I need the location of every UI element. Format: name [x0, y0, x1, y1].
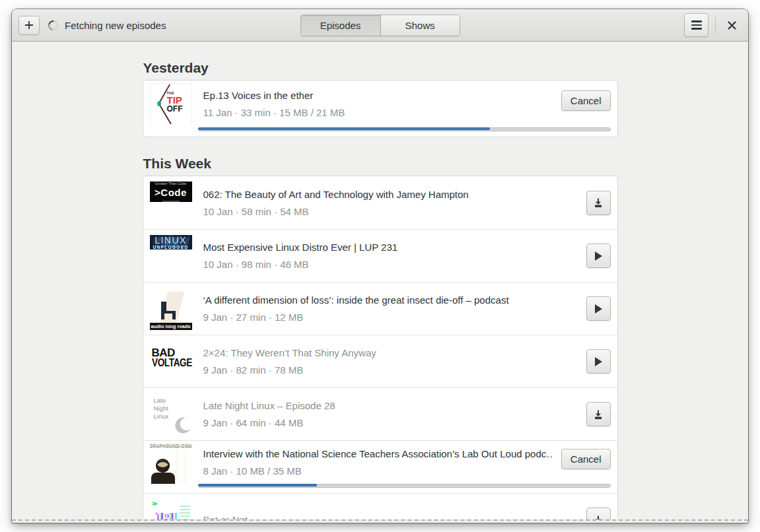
- episode-meta: 11 Jan · 33 min · 15 MB / 21 MB: [203, 107, 553, 118]
- section: This Week Greater Than Code>Code 062: Th…: [143, 156, 618, 519]
- lnl-text: LateNightLinux: [154, 397, 169, 421]
- section-title: This Week: [143, 156, 617, 172]
- person-body: [151, 473, 175, 484]
- episode-title: ‘A different dimension of loss’: inside …: [203, 294, 578, 306]
- guardian-roundel: ((g: [184, 289, 190, 296]
- episode-title: 2×24: They Weren’t That Shiny Anyway: [203, 347, 578, 358]
- episode-text: 062: The Beauty of Art and Technology wi…: [203, 189, 586, 217]
- cancel-button[interactable]: Cancel: [561, 449, 611, 469]
- episode-title: Bot or Not: [203, 514, 578, 519]
- spinner-icon: [46, 18, 60, 32]
- episode-meta: 10 Jan · 58 min · 54 MB: [203, 206, 578, 217]
- progress-fill: [198, 484, 318, 486]
- app-window: Fetching new episodes Episodes Shows Yes…: [12, 9, 748, 523]
- episode-meta: 9 Jan · 27 min · 12 MB: [203, 312, 578, 323]
- lup-title: LINUX: [155, 235, 187, 246]
- download-icon: [593, 197, 604, 208]
- episode-row[interactable]: Greater Than Code>Code 062: The Beauty o…: [143, 176, 617, 229]
- progress-fill: [198, 127, 490, 130]
- close-icon: [728, 21, 736, 30]
- episode-text: ‘A different dimension of loss’: inside …: [203, 294, 586, 323]
- gtc-main-text: >Code: [155, 187, 187, 198]
- episode-cover-jrl: ≫JRL: [150, 499, 192, 520]
- progress-bar: [198, 127, 611, 131]
- episode-cover-linux-unplugged: LINUXUNPLUGGED: [150, 235, 192, 277]
- episode-cover-bad-voltage: BADVOLTAGE: [150, 341, 192, 383]
- episode-cover-greater-than-code: Greater Than Code>Code: [150, 182, 192, 224]
- episode-title: 062: The Beauty of Art and Technology wi…: [203, 189, 578, 200]
- episode-text: 2×24: They Weren’t That Shiny Anyway 9 J…: [203, 347, 586, 376]
- close-button[interactable]: [722, 15, 742, 35]
- download-button[interactable]: [586, 191, 611, 215]
- episode-row[interactable]: LateNightLinux Late Night Linux – Episod…: [143, 387, 617, 440]
- status-text: Fetching new episodes: [65, 20, 166, 31]
- gtc-sub-bar: [162, 201, 180, 202]
- lnl-line: Late: [154, 397, 169, 405]
- lnl-line: Linux: [154, 413, 169, 420]
- bv-line2: VOLTAGE: [152, 358, 184, 368]
- plus-icon: [24, 20, 34, 30]
- episode-row[interactable]: BADVOLTAGE 2×24: They Weren’t That Shiny…: [143, 335, 617, 387]
- episode-title: Late Night Linux – Episode 28: [203, 400, 578, 411]
- episode-title: Interview with the National Science Teac…: [203, 448, 553, 459]
- episode-meta: 9 Jan · 82 min · 78 MB: [203, 364, 578, 376]
- jrl-grid: [180, 504, 190, 520]
- headerbar: Fetching new episodes Episodes Shows: [12, 9, 748, 42]
- play-icon: [594, 304, 603, 314]
- person-head: [156, 459, 170, 473]
- play-button[interactable]: [586, 296, 611, 321]
- section-title: Yesterday: [143, 60, 617, 76]
- episode-text: Interview with the National Science Teac…: [203, 448, 561, 477]
- episode-text: Late Night Linux – Episode 28 9 Jan · 64…: [203, 400, 586, 428]
- episode-action-area: [586, 508, 611, 519]
- play-button[interactable]: [586, 349, 611, 374]
- download-button[interactable]: [586, 402, 611, 426]
- hamburger-icon: [691, 18, 702, 32]
- lnl-line: Night: [154, 405, 169, 413]
- episode-card: Greater Than Code>Code 062: The Beauty o…: [143, 176, 618, 519]
- tab-episodes[interactable]: Episodes: [301, 15, 380, 36]
- add-podcast-button[interactable]: [18, 16, 40, 35]
- section: Yesterday THETIPOFF Ep.13 Voices in the …: [143, 60, 618, 137]
- resize-dashed-line: [12, 519, 748, 521]
- download-button[interactable]: [586, 508, 611, 519]
- tab-shows[interactable]: Shows: [380, 15, 460, 36]
- jrl-text: JRL: [155, 510, 182, 520]
- episode-meta: 8 Jan · 10 MB / 35 MB: [203, 465, 553, 477]
- play-icon: [594, 356, 603, 367]
- download-icon: [593, 515, 604, 520]
- episode-text: Ep.13 Voices in the ether 11 Jan · 33 mi…: [203, 90, 561, 118]
- episode-row[interactable]: ((gaudio long reads ‘A different dimensi…: [143, 282, 617, 335]
- episode-cover-audio-long-reads: ((gaudio long reads: [150, 288, 192, 330]
- view-switcher: Episodes Shows: [300, 15, 460, 36]
- cancel-button[interactable]: Cancel: [561, 90, 611, 111]
- crescent-icon: [174, 417, 191, 434]
- episode-row[interactable]: CRAPHOUND.COM Interview with the Nationa…: [143, 440, 617, 493]
- episode-text: Bot or Not: [203, 514, 586, 519]
- content-area: Yesterday THETIPOFF Ep.13 Voices in the …: [12, 42, 748, 519]
- download-icon: [593, 409, 604, 420]
- tipoff-off: OFF: [167, 105, 183, 114]
- episode-row[interactable]: LINUXUNPLUGGED Most Expensive Linux Dist…: [143, 229, 617, 282]
- episode-action-area: Cancel: [561, 452, 611, 473]
- craphound-caption: CRAPHOUND.COM: [150, 443, 192, 448]
- episode-cover-late-night-linux: LateNightLinux: [150, 393, 192, 436]
- lup-subtitle: UNPLUGGED: [153, 245, 188, 249]
- episode-row[interactable]: THETIPOFF Ep.13 Voices in the ether 11 J…: [143, 81, 617, 137]
- episode-feed: Yesterday THETIPOFF Ep.13 Voices in the …: [143, 60, 618, 519]
- play-button[interactable]: [586, 244, 611, 268]
- episode-card: THETIPOFF Ep.13 Voices in the ether 11 J…: [143, 80, 618, 137]
- header-right: [684, 13, 742, 37]
- header-separator: [715, 17, 716, 34]
- tipoff-tip: TIP: [167, 95, 183, 106]
- gtc-top-text: Greater Than Code: [155, 182, 186, 185]
- episode-text: Most Expensive Linux Distro Ever | LUP 2…: [203, 242, 586, 270]
- episode-cover-craphound: CRAPHOUND.COM: [150, 442, 192, 484]
- episode-row[interactable]: ≫JRL Bot or Not: [143, 493, 617, 519]
- play-icon: [594, 251, 603, 261]
- menu-button[interactable]: [684, 13, 708, 37]
- episode-title: Ep.13 Voices in the ether: [203, 90, 553, 101]
- episode-action-area: [586, 402, 611, 426]
- episode-title: Most Expensive Linux Distro Ever | LUP 2…: [203, 242, 578, 253]
- episode-action-area: [586, 191, 611, 215]
